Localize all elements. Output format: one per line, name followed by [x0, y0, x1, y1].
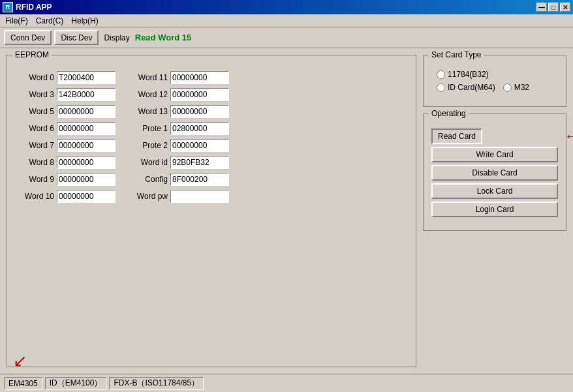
input-word12[interactable] — [170, 88, 229, 101]
set-card-type-title: Set Card Type — [429, 50, 484, 59]
field-row-word6: Word 6 — [15, 122, 116, 135]
label-word8: Word 8 — [15, 158, 54, 167]
field-row-prote1: Prote 1 — [129, 122, 229, 135]
field-row-word13: Word 13 — [129, 105, 229, 118]
eeprom-group: EEPROM Word 0 Word 3 Word 5 Word 6 — [7, 55, 416, 367]
input-word8[interactable] — [57, 156, 116, 169]
field-row-prote2: Prote 2 — [129, 139, 229, 152]
display-value: Read Word 15 — [132, 31, 569, 44]
label-word0: Word 0 — [15, 73, 54, 82]
eeprom-left-column: Word 0 Word 3 Word 5 Word 6 Word 7 — [15, 71, 116, 203]
label-m64: ID Card(M64) — [448, 83, 495, 92]
field-row-word7: Word 7 — [15, 139, 116, 152]
conn-dev-button[interactable]: Conn Dev — [4, 30, 52, 45]
field-row-word12: Word 12 — [129, 88, 229, 101]
menu-bar: File(F) Card(C) Help(H) — [0, 14, 573, 27]
display-label: Display — [104, 33, 129, 42]
label-b32: 11784(B32) — [448, 70, 489, 79]
field-row-word0: Word 0 — [15, 71, 116, 84]
label-word13: Word 13 — [129, 107, 168, 116]
label-word5: Word 5 — [15, 107, 54, 116]
input-word9[interactable] — [57, 173, 116, 186]
set-card-type-group: Set Card Type 11784(B32) ID Card(M64) M3… — [423, 55, 566, 107]
label-wordid: Word id — [129, 158, 168, 167]
menu-file[interactable]: File(F) — [1, 15, 32, 27]
input-config[interactable] — [170, 173, 229, 186]
label-word12: Word 12 — [129, 90, 168, 99]
input-word7[interactable] — [57, 139, 116, 152]
input-wordid[interactable] — [170, 156, 229, 169]
close-button[interactable]: ✕ — [560, 3, 570, 12]
menu-help[interactable]: Help(H) — [67, 15, 102, 27]
label-m32: M32 — [514, 83, 529, 92]
field-row-word10: Word 10 — [15, 190, 116, 203]
status-item-fdx-b: FDX-B（ISO11784/85） — [109, 377, 204, 390]
field-row-word5: Word 5 — [15, 105, 116, 118]
status-bar: EM4305 ID（EM4100） FDX-B（ISO11784/85） — [0, 374, 573, 392]
field-row-word8: Word 8 — [15, 156, 116, 169]
arrow-bottom-left-icon: ↙ — [13, 351, 27, 371]
label-word3: Word 3 — [15, 90, 54, 99]
field-row-wordpw: Word pw — [129, 190, 229, 203]
label-word9: Word 9 — [15, 175, 54, 184]
toolbar: Conn Dev Disc Dev Display Read Word 15 — [0, 27, 573, 48]
eeprom-right-column: Word 11 Word 12 Word 13 Prote 1 Prote 2 — [129, 71, 229, 203]
login-card-button[interactable]: Login Card — [431, 202, 558, 217]
input-word5[interactable] — [57, 105, 116, 118]
label-config: Config — [129, 175, 168, 184]
field-row-word9: Word 9 — [15, 173, 116, 186]
input-word13[interactable] — [170, 105, 229, 118]
label-prote2: Prote 2 — [129, 141, 168, 150]
eeprom-title: EEPROM — [12, 50, 52, 59]
field-row-config: Config — [129, 173, 229, 186]
field-row-wordid: Word id — [129, 156, 229, 169]
maximize-button[interactable]: □ — [548, 3, 559, 12]
input-word0[interactable] — [57, 71, 116, 84]
app-icon: R — [3, 2, 13, 12]
input-word11[interactable] — [170, 71, 229, 84]
field-row-word3: Word 3 — [15, 88, 116, 101]
disable-card-button[interactable]: Disable Card — [431, 165, 558, 181]
operating-group: Operating Read Card ← Write Card Disable… — [423, 113, 566, 231]
write-card-button[interactable]: Write Card — [431, 147, 558, 162]
label-word7: Word 7 — [15, 141, 54, 150]
title-bar: R RFID APP — □ ✕ — [0, 0, 573, 14]
minimize-button[interactable]: — — [536, 3, 547, 12]
operating-title: Operating — [429, 109, 469, 118]
lock-card-button[interactable]: Lock Card — [431, 183, 558, 199]
input-word3[interactable] — [57, 88, 116, 101]
label-word11: Word 11 — [129, 73, 168, 82]
input-word6[interactable] — [57, 122, 116, 135]
label-prote1: Prote 1 — [129, 124, 168, 133]
radio-b32[interactable] — [437, 70, 445, 79]
label-word10: Word 10 — [15, 192, 54, 201]
arrow-read-card-icon: ← — [565, 129, 573, 143]
disc-dev-button[interactable]: Disc Dev — [54, 30, 99, 45]
input-word10[interactable] — [57, 190, 116, 203]
field-row-word11: Word 11 — [129, 71, 229, 84]
label-word6: Word 6 — [15, 124, 54, 133]
radio-m64[interactable] — [437, 83, 445, 92]
input-prote1[interactable] — [170, 122, 229, 135]
status-item-id-em4100: ID（EM4100） — [45, 377, 107, 390]
read-card-button[interactable]: Read Card — [431, 128, 482, 144]
label-wordpw: Word pw — [129, 192, 168, 201]
status-item-em4305: EM4305 — [4, 377, 42, 390]
radio-m32[interactable] — [503, 83, 512, 92]
input-wordpw[interactable] — [170, 190, 229, 203]
menu-card[interactable]: Card(C) — [32, 15, 68, 27]
input-prote2[interactable] — [170, 139, 229, 152]
window-title: RFID APP — [16, 3, 52, 12]
